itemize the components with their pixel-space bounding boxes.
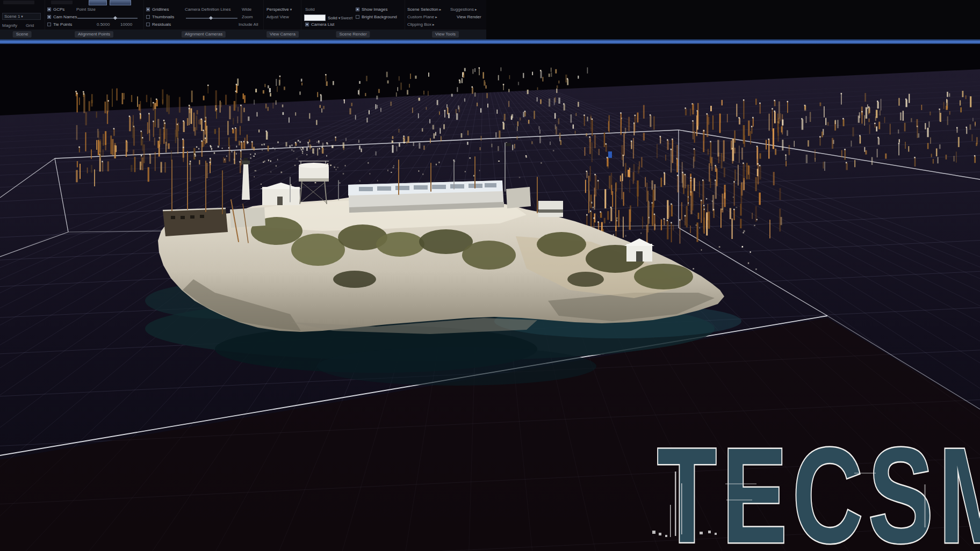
app-window: Scene 1▾ Magnify Grid GCPs Point Size Ca… — [0, 0, 980, 551]
small-building — [506, 187, 531, 208]
viewport-3d[interactable]: TECSM — [0, 44, 980, 551]
cellhouse-building — [348, 180, 504, 213]
watermark: TECSM — [652, 420, 980, 551]
lighthouse — [242, 158, 250, 200]
watermark-text: TECSM — [657, 420, 980, 551]
right-white-building — [538, 201, 563, 217]
selected-camera-marker[interactable] — [608, 151, 612, 158]
scene-overlay: TECSM — [0, 0, 980, 551]
barracks-building — [163, 208, 228, 236]
water-tower — [299, 161, 329, 204]
